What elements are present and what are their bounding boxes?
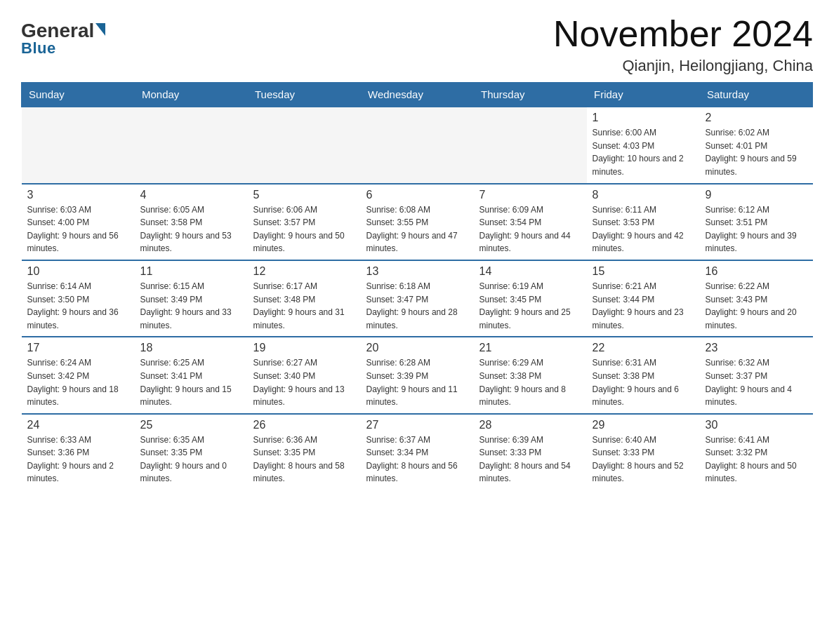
day-number: 26	[253, 419, 355, 431]
header-row: SundayMondayTuesdayWednesdayThursdayFrid…	[22, 83, 813, 107]
day-cell: 22Sunrise: 6:31 AMSunset: 3:38 PMDayligh…	[587, 337, 700, 413]
day-info: Sunrise: 6:21 AMSunset: 3:44 PMDaylight:…	[593, 280, 694, 332]
day-info: Sunrise: 6:03 AMSunset: 4:00 PMDaylight:…	[27, 203, 129, 255]
day-number: 29	[593, 419, 694, 431]
logo-triangle-icon	[95, 23, 105, 36]
day-cell	[22, 107, 135, 183]
day-number: 19	[253, 342, 355, 354]
day-cell: 21Sunrise: 6:29 AMSunset: 3:38 PMDayligh…	[474, 337, 587, 413]
day-number: 21	[479, 342, 581, 354]
day-info: Sunrise: 6:33 AMSunset: 3:36 PMDaylight:…	[27, 434, 129, 485]
week-row-3: 10Sunrise: 6:14 AMSunset: 3:50 PMDayligh…	[22, 260, 813, 337]
logo: General Blue	[21, 14, 105, 58]
day-cell: 13Sunrise: 6:18 AMSunset: 3:47 PMDayligh…	[361, 260, 474, 337]
day-number: 7	[479, 189, 581, 201]
day-info: Sunrise: 6:35 AMSunset: 3:35 PMDaylight:…	[140, 434, 242, 485]
day-cell: 1Sunrise: 6:00 AMSunset: 4:03 PMDaylight…	[587, 107, 700, 183]
day-info: Sunrise: 6:27 AMSunset: 3:40 PMDaylight:…	[253, 356, 355, 408]
day-number: 2	[706, 112, 807, 124]
calendar-subtitle: Qianjin, Heilongjiang, China	[553, 57, 813, 75]
day-number: 9	[706, 189, 807, 201]
day-info: Sunrise: 6:22 AMSunset: 3:43 PMDaylight:…	[706, 280, 807, 332]
day-cell: 12Sunrise: 6:17 AMSunset: 3:48 PMDayligh…	[248, 260, 361, 337]
day-number: 18	[140, 342, 242, 354]
day-info: Sunrise: 6:05 AMSunset: 3:58 PMDaylight:…	[140, 203, 242, 255]
day-cell: 30Sunrise: 6:41 AMSunset: 3:32 PMDayligh…	[700, 414, 813, 490]
day-cell: 10Sunrise: 6:14 AMSunset: 3:50 PMDayligh…	[22, 260, 135, 337]
day-info: Sunrise: 6:12 AMSunset: 3:51 PMDaylight:…	[706, 203, 807, 255]
day-info: Sunrise: 6:31 AMSunset: 3:38 PMDaylight:…	[593, 356, 694, 408]
day-number: 3	[27, 189, 129, 201]
day-cell: 24Sunrise: 6:33 AMSunset: 3:36 PMDayligh…	[22, 414, 135, 490]
day-info: Sunrise: 6:24 AMSunset: 3:42 PMDaylight:…	[27, 356, 129, 408]
day-cell: 25Sunrise: 6:35 AMSunset: 3:35 PMDayligh…	[135, 414, 248, 490]
day-number: 12	[253, 265, 355, 278]
day-number: 17	[27, 342, 129, 354]
day-number: 24	[27, 419, 129, 431]
week-row-2: 3Sunrise: 6:03 AMSunset: 4:00 PMDaylight…	[22, 184, 813, 260]
day-number: 22	[593, 342, 694, 354]
day-number: 28	[479, 419, 581, 431]
day-cell: 26Sunrise: 6:36 AMSunset: 3:35 PMDayligh…	[248, 414, 361, 490]
day-number: 23	[706, 342, 807, 354]
day-cell: 8Sunrise: 6:11 AMSunset: 3:53 PMDaylight…	[587, 184, 700, 260]
header-day-monday: Monday	[135, 83, 248, 107]
day-number: 5	[253, 189, 355, 201]
calendar-title: November 2024	[553, 14, 813, 54]
logo-sub: Blue	[21, 39, 56, 58]
day-cell	[248, 107, 361, 183]
day-cell: 11Sunrise: 6:15 AMSunset: 3:49 PMDayligh…	[135, 260, 248, 337]
header-day-wednesday: Wednesday	[361, 83, 474, 107]
day-cell: 27Sunrise: 6:37 AMSunset: 3:34 PMDayligh…	[361, 414, 474, 490]
day-info: Sunrise: 6:15 AMSunset: 3:49 PMDaylight:…	[140, 280, 242, 332]
day-info: Sunrise: 6:09 AMSunset: 3:54 PMDaylight:…	[479, 203, 581, 255]
day-info: Sunrise: 6:40 AMSunset: 3:33 PMDaylight:…	[593, 434, 694, 485]
day-cell: 16Sunrise: 6:22 AMSunset: 3:43 PMDayligh…	[700, 260, 813, 337]
day-info: Sunrise: 6:11 AMSunset: 3:53 PMDaylight:…	[593, 203, 694, 255]
day-info: Sunrise: 6:02 AMSunset: 4:01 PMDaylight:…	[706, 126, 807, 178]
day-number: 15	[593, 265, 694, 278]
day-number: 30	[706, 419, 807, 431]
header-day-friday: Friday	[587, 83, 700, 107]
day-info: Sunrise: 6:39 AMSunset: 3:33 PMDaylight:…	[479, 434, 581, 485]
day-info: Sunrise: 6:41 AMSunset: 3:32 PMDaylight:…	[706, 434, 807, 485]
page-header: General Blue November 2024 Qianjin, Heil…	[21, 14, 813, 75]
day-cell: 15Sunrise: 6:21 AMSunset: 3:44 PMDayligh…	[587, 260, 700, 337]
day-info: Sunrise: 6:19 AMSunset: 3:45 PMDaylight:…	[479, 280, 581, 332]
day-cell: 5Sunrise: 6:06 AMSunset: 3:57 PMDaylight…	[248, 184, 361, 260]
day-info: Sunrise: 6:00 AMSunset: 4:03 PMDaylight:…	[593, 126, 694, 178]
day-number: 6	[366, 189, 468, 201]
day-cell: 7Sunrise: 6:09 AMSunset: 3:54 PMDaylight…	[474, 184, 587, 260]
day-info: Sunrise: 6:25 AMSunset: 3:41 PMDaylight:…	[140, 356, 242, 408]
day-info: Sunrise: 6:37 AMSunset: 3:34 PMDaylight:…	[366, 434, 468, 485]
day-cell	[135, 107, 248, 183]
day-cell: 19Sunrise: 6:27 AMSunset: 3:40 PMDayligh…	[248, 337, 361, 413]
day-info: Sunrise: 6:29 AMSunset: 3:38 PMDaylight:…	[479, 356, 581, 408]
logo-text: General	[21, 21, 105, 41]
day-cell: 3Sunrise: 6:03 AMSunset: 4:00 PMDaylight…	[22, 184, 135, 260]
day-info: Sunrise: 6:32 AMSunset: 3:37 PMDaylight:…	[706, 356, 807, 408]
day-number: 27	[366, 419, 468, 431]
day-cell: 17Sunrise: 6:24 AMSunset: 3:42 PMDayligh…	[22, 337, 135, 413]
day-number: 25	[140, 419, 242, 431]
title-area: November 2024 Qianjin, Heilongjiang, Chi…	[553, 14, 813, 75]
day-number: 14	[479, 265, 581, 278]
day-number: 1	[593, 112, 694, 124]
day-number: 20	[366, 342, 468, 354]
week-row-1: 1Sunrise: 6:00 AMSunset: 4:03 PMDaylight…	[22, 107, 813, 183]
day-info: Sunrise: 6:36 AMSunset: 3:35 PMDaylight:…	[253, 434, 355, 485]
day-cell: 9Sunrise: 6:12 AMSunset: 3:51 PMDaylight…	[700, 184, 813, 260]
header-day-tuesday: Tuesday	[248, 83, 361, 107]
day-number: 4	[140, 189, 242, 201]
day-cell: 6Sunrise: 6:08 AMSunset: 3:55 PMDaylight…	[361, 184, 474, 260]
header-day-sunday: Sunday	[22, 83, 135, 107]
day-cell: 4Sunrise: 6:05 AMSunset: 3:58 PMDaylight…	[135, 184, 248, 260]
day-info: Sunrise: 6:08 AMSunset: 3:55 PMDaylight:…	[366, 203, 468, 255]
day-cell: 20Sunrise: 6:28 AMSunset: 3:39 PMDayligh…	[361, 337, 474, 413]
day-info: Sunrise: 6:18 AMSunset: 3:47 PMDaylight:…	[366, 280, 468, 332]
day-number: 10	[27, 265, 129, 278]
day-info: Sunrise: 6:28 AMSunset: 3:39 PMDaylight:…	[366, 356, 468, 408]
day-info: Sunrise: 6:17 AMSunset: 3:48 PMDaylight:…	[253, 280, 355, 332]
week-row-4: 17Sunrise: 6:24 AMSunset: 3:42 PMDayligh…	[22, 337, 813, 413]
calendar-table: SundayMondayTuesdayWednesdayThursdayFrid…	[21, 82, 813, 490]
